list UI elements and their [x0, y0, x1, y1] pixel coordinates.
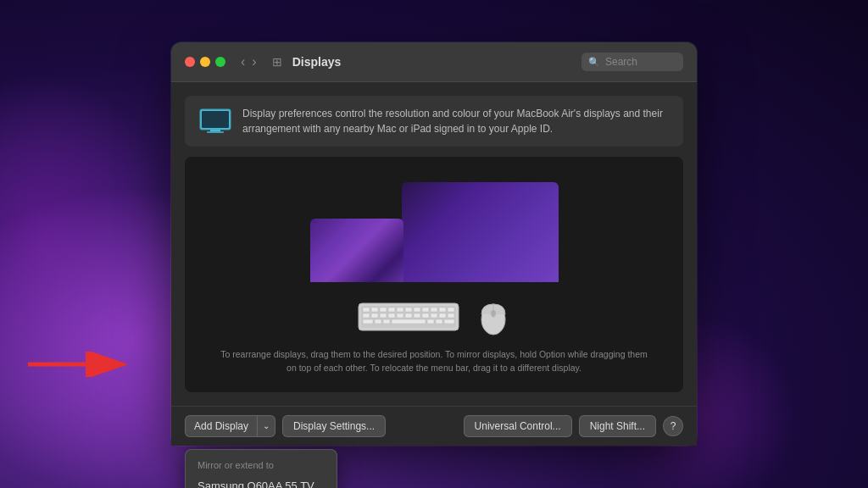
macbook-screen	[310, 219, 403, 282]
svg-rect-17	[439, 308, 446, 312]
add-display-button[interactable]: Add Display	[185, 415, 257, 437]
minimize-button[interactable]	[200, 57, 210, 67]
info-banner: Display preferences control the resoluti…	[185, 96, 683, 147]
external-screen	[402, 182, 559, 282]
svg-rect-8	[363, 308, 370, 312]
svg-rect-11	[388, 308, 395, 312]
keyboard-mouse-area	[358, 296, 510, 338]
svg-rect-31	[375, 319, 381, 324]
svg-rect-32	[383, 319, 390, 324]
add-display-group: Add Display ⌄	[185, 415, 275, 437]
forward-button[interactable]: ›	[250, 55, 258, 69]
svg-rect-25	[414, 313, 420, 318]
back-button[interactable]: ‹	[239, 55, 247, 69]
grid-icon: ⊞	[272, 55, 282, 69]
content-area: Display preferences control the resoluti…	[171, 82, 697, 406]
svg-rect-28	[439, 313, 446, 318]
search-placeholder: Search	[605, 56, 637, 68]
svg-rect-10	[380, 308, 387, 312]
red-arrow	[24, 352, 134, 377]
svg-point-39	[491, 310, 496, 317]
mouse-icon	[476, 296, 510, 338]
info-text: Display preferences control the resoluti…	[242, 106, 670, 136]
help-button[interactable]: ?	[663, 416, 683, 436]
svg-rect-15	[422, 308, 429, 312]
svg-rect-16	[431, 308, 437, 312]
svg-rect-33	[392, 319, 426, 324]
svg-rect-14	[414, 308, 420, 312]
svg-rect-22	[388, 313, 395, 318]
display-area: To rearrange displays, drag them to the …	[185, 157, 683, 392]
svg-rect-30	[363, 319, 373, 324]
close-button[interactable]	[185, 57, 195, 67]
monitor-icon	[198, 108, 232, 135]
dropdown-header: Mirror or extend to	[186, 457, 337, 475]
svg-rect-26	[422, 313, 429, 318]
display-settings-button[interactable]: Display Settings...	[282, 415, 386, 437]
universal-control-button[interactable]: Universal Control...	[464, 415, 572, 437]
svg-rect-9	[371, 308, 378, 312]
svg-rect-12	[397, 308, 403, 312]
night-shift-button[interactable]: Night Shift...	[579, 415, 656, 437]
window-title: Displays	[292, 55, 571, 69]
arrange-hint-text: To rearrange displays, drag them to the …	[202, 348, 666, 375]
add-display-dropdown-menu: Mirror or extend to Samsung Q60AA 55 TV …	[185, 449, 337, 488]
svg-rect-5	[207, 131, 224, 133]
dropdown-item-samsung[interactable]: Samsung Q60AA 55 TV	[186, 475, 337, 488]
svg-rect-3	[202, 111, 229, 128]
svg-rect-19	[363, 313, 370, 318]
svg-rect-23	[397, 313, 403, 318]
traffic-lights	[185, 57, 225, 67]
svg-rect-36	[444, 319, 454, 324]
monitors-container	[310, 182, 559, 282]
svg-rect-34	[427, 319, 434, 324]
svg-rect-29	[448, 313, 454, 318]
svg-rect-24	[405, 313, 412, 318]
svg-rect-27	[431, 313, 437, 318]
maximize-button[interactable]	[215, 57, 225, 67]
nav-arrows: ‹ ›	[239, 55, 259, 69]
toolbar: Add Display ⌄ Display Settings... Univer…	[171, 406, 697, 446]
search-bar[interactable]: 🔍 Search	[581, 53, 683, 71]
macbook-wallpaper	[310, 219, 403, 282]
add-display-dropdown-button[interactable]: ⌄	[257, 415, 275, 437]
svg-rect-18	[448, 308, 454, 312]
svg-rect-21	[380, 313, 387, 318]
titlebar: ‹ › ⊞ Displays 🔍 Search	[171, 42, 697, 82]
search-icon: 🔍	[588, 57, 600, 68]
keyboard-icon	[358, 300, 459, 334]
displays-window: ‹ › ⊞ Displays 🔍 Search Display preferen…	[171, 42, 697, 446]
svg-rect-13	[405, 308, 412, 312]
external-wallpaper	[402, 182, 559, 282]
svg-rect-35	[436, 319, 442, 324]
svg-rect-20	[371, 313, 378, 318]
